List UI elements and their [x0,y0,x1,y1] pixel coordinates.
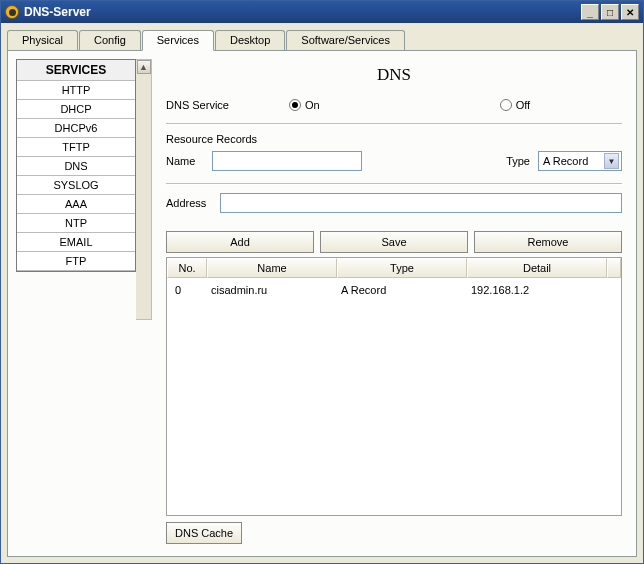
sidebar-header: SERVICES [17,60,135,81]
sidebar-item-tftp[interactable]: TFTP [17,138,135,157]
button-label: DNS Cache [175,527,233,539]
divider [166,123,622,125]
sidebar-item-label: SYSLOG [53,179,98,191]
sidebar-item-syslog[interactable]: SYSLOG [17,176,135,195]
tab-content: SERVICES HTTP DHCP DHCPv6 TFTP DNS SYSLO… [7,50,637,557]
col-name[interactable]: Name [207,258,337,278]
table-header: No. Name Type Detail [167,258,621,278]
cell-detail: 192.168.1.2 [471,284,617,296]
save-button[interactable]: Save [320,231,468,253]
cell-no: 0 [171,284,211,296]
address-input[interactable] [220,193,622,213]
sidebar-item-label: DHCP [60,103,91,115]
address-label: Address [166,197,212,209]
dns-service-on[interactable]: On [289,99,320,111]
tab-label: Desktop [230,34,270,46]
tab-label: Services [157,34,199,46]
sidebar-scrollbar[interactable]: ▲ [136,59,152,320]
scroll-up-icon[interactable]: ▲ [137,60,151,74]
dns-cache-button[interactable]: DNS Cache [166,522,242,544]
add-button[interactable]: Add [166,231,314,253]
sidebar-item-dns[interactable]: DNS [17,157,135,176]
sidebar-item-label: AAA [65,198,87,210]
button-label: Add [230,236,250,248]
sidebar-item-email[interactable]: EMAIL [17,233,135,252]
dns-server-window: DNS-Server _ □ ✕ Physical Config Service… [0,0,644,564]
button-label: Remove [528,236,569,248]
sidebar-item-label: DNS [64,160,87,172]
type-label: Type [506,155,530,167]
col-detail[interactable]: Detail [467,258,607,278]
name-input[interactable] [212,151,362,171]
name-label: Name [166,155,204,167]
type-select[interactable]: A Record ▼ [538,151,622,171]
app-icon [5,5,19,19]
sidebar-item-ntp[interactable]: NTP [17,214,135,233]
sidebar-item-http[interactable]: HTTP [17,81,135,100]
tab-software-services[interactable]: Software/Services [286,30,405,51]
sidebar-item-label: EMAIL [59,236,92,248]
services-sidebar: SERVICES HTTP DHCP DHCPv6 TFTP DNS SYSLO… [16,59,136,272]
dns-service-off[interactable]: Off [500,99,530,111]
sidebar-item-ftp[interactable]: FTP [17,252,135,271]
tab-services[interactable]: Services [142,30,214,51]
button-label: Save [381,236,406,248]
tab-label: Physical [22,34,63,46]
minimize-button[interactable]: _ [581,4,599,20]
col-spacer [607,258,621,278]
resource-records-label: Resource Records [166,133,622,145]
sidebar-item-label: DHCPv6 [55,122,98,134]
chevron-down-icon: ▼ [604,153,619,169]
radio-off-label: Off [516,99,530,111]
sidebar-item-dhcpv6[interactable]: DHCPv6 [17,119,135,138]
action-buttons: Add Save Remove [166,231,622,253]
titlebar[interactable]: DNS-Server _ □ ✕ [1,1,643,23]
tab-physical[interactable]: Physical [7,30,78,51]
radio-off-icon [500,99,512,111]
tab-bar: Physical Config Services Desktop Softwar… [1,23,643,50]
tab-label: Config [94,34,126,46]
sidebar-item-label: TFTP [62,141,90,153]
close-button[interactable]: ✕ [621,4,639,20]
window-title: DNS-Server [24,5,91,19]
dns-service-label: DNS Service [166,99,229,111]
maximize-button[interactable]: □ [601,4,619,20]
tab-desktop[interactable]: Desktop [215,30,285,51]
records-table: No. Name Type Detail 0 cisadmin.ru A Rec… [166,257,622,516]
type-select-value: A Record [543,155,588,167]
page-title: DNS [166,65,622,85]
sidebar-wrap: SERVICES HTTP DHCP DHCPv6 TFTP DNS SYSLO… [16,59,152,548]
sidebar-item-aaa[interactable]: AAA [17,195,135,214]
sidebar-item-label: HTTP [62,84,91,96]
remove-button[interactable]: Remove [474,231,622,253]
table-row[interactable]: 0 cisadmin.ru A Record 192.168.1.2 [167,278,621,302]
radio-on-icon [289,99,301,111]
cell-type: A Record [341,284,471,296]
radio-on-label: On [305,99,320,111]
col-no[interactable]: No. [167,258,207,278]
cell-name: cisadmin.ru [211,284,341,296]
tab-label: Software/Services [301,34,390,46]
table-body[interactable]: 0 cisadmin.ru A Record 192.168.1.2 [167,278,621,515]
divider [166,183,622,185]
sidebar-item-dhcp[interactable]: DHCP [17,100,135,119]
tab-config[interactable]: Config [79,30,141,51]
main-panel: DNS DNS Service On Off Resource Records [152,59,628,548]
sidebar-item-label: NTP [65,217,87,229]
sidebar-item-label: FTP [66,255,87,267]
col-type[interactable]: Type [337,258,467,278]
